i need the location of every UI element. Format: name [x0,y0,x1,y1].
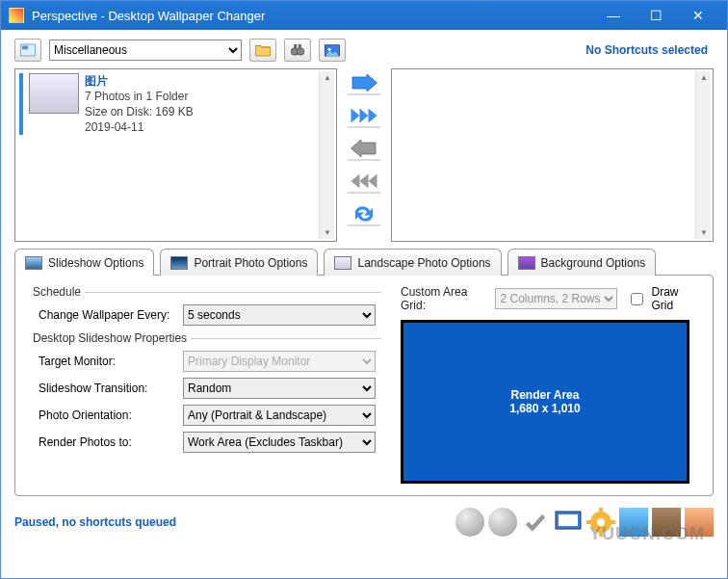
render-to-select[interactable]: Work Area (Excludes Taskbar) [183,432,376,453]
draw-grid-label: Draw Grid [651,285,699,312]
folder-open-icon[interactable] [249,39,276,62]
render-to-label: Render Photos to: [29,435,183,449]
svg-rect-5 [299,44,301,49]
change-every-label: Change Wallpaper Every: [29,308,183,322]
options-form: Schedule Change Wallpaper Every: 5 secon… [29,285,381,484]
category-icon[interactable] [14,39,41,62]
tab-landscape-label: Landscape Photo Options [357,256,490,270]
portrait-icon [170,256,188,270]
monitor-icon[interactable] [554,508,583,537]
grid-select[interactable]: 2 Columns, 2 Rows [495,288,617,309]
orientation-label: Photo Orientation: [29,408,183,422]
tab-content: Schedule Change Wallpaper Every: 5 secon… [14,275,714,496]
render-area-dims: 1,680 x 1,010 [509,402,580,415]
window-title: Perspective - Desktop Wallpaper Changer [32,9,592,23]
render-preview-column: Custom Area Grid: 2 Columns, 2 Rows Draw… [401,285,699,484]
svg-rect-9 [559,514,578,526]
remove-one-button[interactable] [348,138,380,161]
schedule-group: Schedule [29,285,381,299]
render-area-preview: Render Area 1,680 x 1,010 [401,320,689,484]
folder-count: 7 Photos in 1 Folder [85,89,194,104]
selection-indicator [19,73,23,135]
tab-portrait[interactable]: Portrait Photo Options [160,249,318,276]
watermark: YUUCN.COM [589,524,705,544]
binoculars-icon[interactable] [284,39,311,62]
svg-rect-12 [599,508,603,513]
svg-rect-4 [294,44,297,49]
orientation-select[interactable]: Any (Portrait & Landscape) [183,405,376,426]
desktop-group: Desktop Slideshow Properties [29,331,381,345]
target-monitor-label: Target Monitor: [29,355,183,368]
image-folder-icon[interactable] [319,39,346,62]
tab-background-label: Background Options [541,256,646,270]
target-panel[interactable] [391,68,714,242]
svg-point-7 [328,48,331,51]
apply-button[interactable] [521,508,550,537]
schedule-legend: Schedule [29,285,85,299]
minimize-button[interactable]: — [592,5,635,26]
refresh-button[interactable] [348,203,380,226]
render-area-title: Render Area [511,388,580,402]
remove-all-button[interactable] [348,171,380,194]
app-icon [9,8,24,23]
target-monitor-select[interactable]: Primary Display Monitor [183,351,376,372]
next-button[interactable] [488,508,517,537]
slideshow-icon [25,256,42,270]
draw-grid-checkbox[interactable] [631,293,643,305]
folder-size: Size on Disk: 169 KB [85,104,194,119]
svg-point-3 [297,48,304,56]
title-bar: Perspective - Desktop Wallpaper Changer … [1,1,727,30]
tab-landscape[interactable]: Landscape Photo Options [324,249,501,276]
folder-meta: 图片 7 Photos in 1 Folder Size on Disk: 16… [85,73,194,135]
transfer-buttons [343,68,385,242]
landscape-icon [334,256,351,270]
prev-button[interactable] [455,508,484,537]
category-select[interactable]: Miscellaneous [49,39,242,61]
tab-background[interactable]: Background Options [507,249,657,276]
source-folder-item[interactable]: 图片 7 Photos in 1 Folder Size on Disk: 16… [15,69,336,139]
tab-strip: Slideshow Options Portrait Photo Options… [1,249,727,276]
target-scrollbar[interactable] [695,71,711,239]
folder-name: 图片 [85,73,194,89]
maximize-button[interactable]: ☐ [635,5,677,26]
folder-thumbnail [29,73,79,114]
tab-slideshow-label: Slideshow Options [48,256,143,270]
source-panel[interactable]: 图片 7 Photos in 1 Folder Size on Disk: 16… [14,68,337,242]
change-every-select[interactable]: 5 seconds [183,304,376,326]
folder-date: 2019-04-11 [85,119,194,135]
status-text: Paused, no shortcuts queued [14,515,455,529]
grid-label: Custom Area Grid: [401,285,487,312]
toolbar: Miscellaneous No Shortcuts selected [1,30,727,65]
background-icon [518,256,535,270]
add-one-button[interactable] [348,72,380,95]
source-scrollbar[interactable] [319,71,334,239]
tab-slideshow[interactable]: Slideshow Options [14,249,154,276]
close-button[interactable]: ✕ [677,5,719,26]
add-all-button[interactable] [348,105,380,128]
desktop-legend: Desktop Slideshow Properties [29,331,191,345]
transition-label: Slideshow Transition: [29,382,183,395]
tab-portrait-label: Portrait Photo Options [194,256,307,270]
shortcuts-status: No Shortcuts selected [585,43,714,57]
folder-panels: 图片 7 Photos in 1 Folder Size on Disk: 16… [1,65,727,248]
transition-select[interactable]: Random [183,378,376,399]
svg-rect-1 [22,46,28,50]
